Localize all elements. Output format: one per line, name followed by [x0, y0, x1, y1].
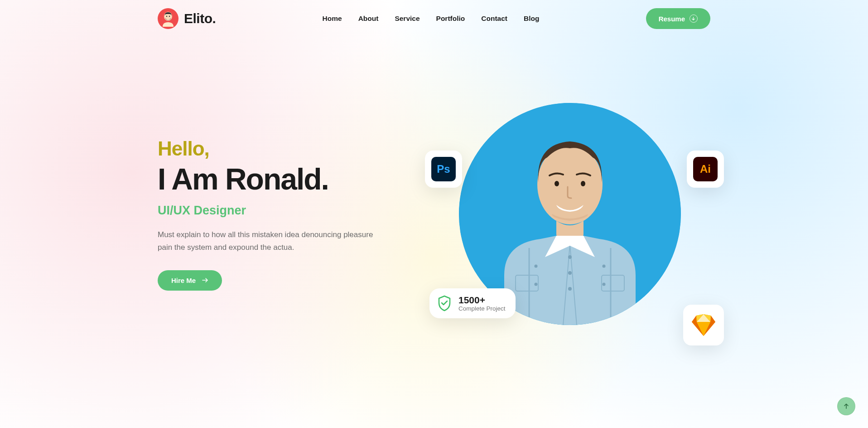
svg-point-10 — [568, 287, 572, 291]
hero-section: Hello, I Am Ronald. UI/UX Designer Must … — [158, 37, 710, 364]
svg-point-8 — [568, 255, 572, 259]
svg-point-7 — [581, 181, 585, 186]
svg-point-9 — [568, 271, 572, 275]
sketch-icon — [691, 314, 716, 336]
svg-point-2 — [166, 16, 167, 17]
illustrator-icon: Ai — [693, 157, 718, 181]
nav-blog[interactable]: Blog — [524, 15, 539, 23]
svg-point-3 — [169, 16, 170, 17]
hero-description: Must explain to how all this mistaken id… — [158, 229, 389, 254]
scroll-to-top-button[interactable] — [837, 397, 855, 415]
svg-point-11 — [535, 265, 538, 268]
hero-content: Hello, I Am Ronald. UI/UX Designer Must … — [158, 137, 411, 290]
hire-me-label: Hire Me — [171, 277, 196, 284]
arrow-right-icon — [202, 277, 208, 284]
logo-text: Elito. — [184, 11, 216, 26]
nav-about[interactable]: About — [358, 15, 379, 23]
hero-greeting: Hello, — [158, 137, 411, 160]
svg-point-6 — [555, 181, 559, 186]
resume-button-label: Resume — [659, 15, 685, 23]
arrow-up-icon — [843, 403, 849, 409]
svg-point-13 — [603, 265, 606, 268]
hero-title: I Am Ronald. — [158, 164, 411, 195]
project-label: Complete Project — [458, 305, 506, 312]
illustrator-badge: Ai — [687, 151, 724, 188]
hero-visual: Ps Ai — [429, 92, 710, 336]
sketch-badge — [683, 305, 724, 345]
project-count-badge: 1500+ Complete Project — [429, 288, 516, 318]
svg-point-14 — [603, 283, 606, 286]
download-icon — [690, 15, 698, 23]
shield-check-icon — [436, 295, 453, 312]
nav-portfolio[interactable]: Portfolio — [436, 15, 465, 23]
project-count: 1500+ — [458, 295, 506, 305]
nav-contact[interactable]: Contact — [481, 15, 507, 23]
hero-role: UI/UX Designer — [158, 204, 411, 218]
svg-point-12 — [535, 283, 538, 286]
nav-home[interactable]: Home — [323, 15, 342, 23]
photoshop-icon: Ps — [431, 157, 456, 181]
logo[interactable]: Elito. — [158, 8, 216, 29]
resume-button[interactable]: Resume — [646, 8, 710, 29]
logo-avatar-icon — [158, 8, 178, 29]
nav-service[interactable]: Service — [395, 15, 420, 23]
photoshop-badge: Ps — [425, 151, 462, 188]
hire-me-button[interactable]: Hire Me — [158, 270, 222, 291]
main-nav: Home About Service Portfolio Contact Blo… — [323, 15, 540, 23]
header: Elito. Home About Service Portfolio Cont… — [158, 0, 710, 37]
